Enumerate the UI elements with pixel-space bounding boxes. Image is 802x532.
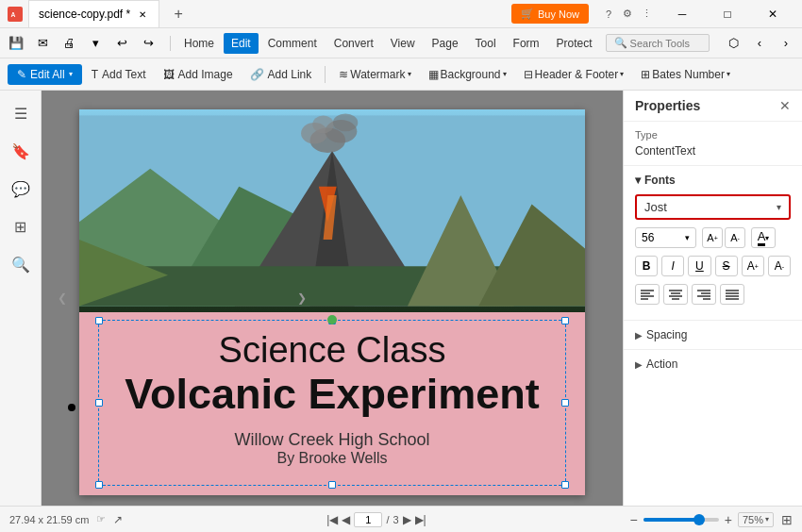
bold-button[interactable]: B	[635, 256, 658, 276]
bates-number-button[interactable]: ⊞ Bates Number ▾	[633, 64, 738, 85]
svg-text:A: A	[11, 11, 16, 18]
maximize-button[interactable]: □	[706, 0, 749, 28]
doc-nav-left[interactable]: ❮	[53, 279, 72, 317]
toolbar-icon-undo[interactable]: ↩	[109, 31, 134, 56]
document-tab[interactable]: science-copy.pdf * ✕	[28, 0, 159, 27]
header-footer-button[interactable]: ⊟ Header & Footer ▾	[516, 64, 632, 85]
menu-tool[interactable]: Tool	[468, 33, 504, 54]
action-section[interactable]: ▶ Action	[624, 349, 802, 378]
menu-convert[interactable]: Convert	[326, 33, 381, 54]
selection-handle-tr[interactable]	[561, 317, 569, 324]
science-class-title[interactable]: Science Class	[108, 331, 557, 371]
align-right-button[interactable]	[692, 284, 716, 305]
italic-button[interactable]: I	[661, 256, 684, 276]
zoom-in-button[interactable]: +	[725, 512, 732, 527]
doc-nav-right[interactable]: ❯	[292, 279, 311, 317]
zoom-level-value: 75%	[743, 514, 763, 525]
buy-now-button[interactable]: 🛒 Buy Now	[511, 4, 589, 24]
font-size-row: 56 ▾ A+ A- A ▾	[635, 227, 791, 248]
toolbar-icon-email[interactable]: ✉	[30, 31, 55, 56]
underline-button[interactable]: U	[688, 256, 710, 276]
fit-page-button[interactable]: ⊞	[781, 512, 793, 527]
font-family-dropdown[interactable]: Jost ▾	[635, 194, 791, 220]
align-justify-button[interactable]	[720, 284, 744, 305]
menu-view[interactable]: View	[383, 33, 423, 54]
font-color-button[interactable]: A ▾	[751, 227, 776, 248]
forward-icon[interactable]: ›	[774, 31, 798, 56]
spacing-section[interactable]: ▶ Spacing	[624, 320, 802, 349]
search-tools-input[interactable]	[630, 38, 715, 49]
menu-page[interactable]: Page	[425, 33, 466, 54]
toolbar-icon-print[interactable]: 🖨	[57, 31, 81, 56]
spacing-collapse-icon: ▶	[635, 330, 643, 341]
align-center-button[interactable]	[663, 284, 688, 305]
strikethrough-button[interactable]: S	[715, 256, 738, 276]
panel-close-button[interactable]: ✕	[779, 98, 791, 113]
align-left-button[interactable]	[635, 284, 660, 305]
sidebar-search-icon[interactable]: 🔍	[6, 249, 36, 279]
font-size-increase-button[interactable]: A+	[702, 227, 723, 248]
superscript-button[interactable]: A+	[742, 256, 764, 276]
new-tab-button[interactable]: +	[165, 1, 192, 27]
toolbar-icon-redo[interactable]: ↪	[136, 31, 160, 56]
add-text-button[interactable]: T Add Text	[84, 64, 154, 85]
close-button[interactable]: ✕	[751, 0, 794, 28]
last-page-button[interactable]: ▶|	[415, 513, 426, 526]
action-header[interactable]: ▶ Action	[635, 357, 791, 371]
watermark-button[interactable]: ≋ Watermark ▾	[331, 64, 418, 85]
selection-handle-bl[interactable]	[95, 481, 103, 489]
selection-handle-bc[interactable]	[328, 481, 336, 489]
anchor-dot	[68, 404, 75, 411]
menu-comment[interactable]: Comment	[260, 33, 325, 54]
sidebar-fields-icon[interactable]: ⊞	[6, 211, 36, 241]
menu-protect[interactable]: Protect	[549, 33, 600, 54]
fonts-header[interactable]: ▾ Fonts	[635, 174, 791, 187]
toolbar-icon-save[interactable]: 💾	[4, 31, 28, 56]
zoom-slider[interactable]	[643, 518, 719, 522]
edit-all-button[interactable]: ✎ Edit All ▾	[8, 64, 82, 85]
spacing-header[interactable]: ▶ Spacing	[635, 328, 791, 341]
background-button[interactable]: ▦ Background ▾	[421, 64, 514, 85]
menu-home[interactable]: Home	[176, 33, 222, 54]
search-tools-area[interactable]: 🔍	[606, 34, 710, 52]
next-page-button[interactable]: ▶	[403, 513, 411, 526]
tab-close-button[interactable]: ✕	[136, 8, 149, 21]
minimize-button[interactable]: ─	[660, 0, 704, 28]
menu-edit[interactable]: Edit	[224, 33, 259, 54]
sidebar-bookmark-icon[interactable]: 🔖	[6, 136, 36, 166]
cart-icon: 🛒	[521, 8, 534, 20]
selection-handle-tc[interactable]	[328, 317, 336, 324]
zoom-level-dropdown[interactable]: 75% ▾	[738, 512, 774, 527]
external-link-icon[interactable]: ⬡	[721, 31, 745, 56]
overflow-icon[interactable]: ⋮	[638, 6, 655, 23]
add-link-button[interactable]: 🔗 Add Link	[242, 64, 320, 85]
zoom-dropdown-arrow: ▾	[765, 515, 769, 524]
first-page-button[interactable]: |◀	[326, 513, 338, 526]
add-image-button[interactable]: 🖼 Add Image	[156, 64, 241, 85]
back-icon[interactable]: ‹	[747, 31, 772, 56]
zoom-out-button[interactable]: −	[630, 512, 638, 527]
volcanic-experiment-title[interactable]: Volcanic Experiment	[108, 371, 557, 418]
school-name: Willow Creek High School	[108, 430, 557, 450]
settings-icon[interactable]: ⚙	[619, 6, 636, 23]
prev-page-button[interactable]: ◀	[342, 513, 350, 526]
type-section: Type ContentText	[624, 122, 802, 166]
selection-handle-mr[interactable]	[561, 399, 569, 407]
type-label: Type	[635, 129, 791, 141]
page-number-input[interactable]	[354, 512, 382, 527]
font-size-decrease-button[interactable]: A-	[725, 227, 745, 248]
selection-handle-tl[interactable]	[95, 317, 103, 324]
sidebar-comments-icon[interactable]: 💬	[6, 174, 36, 204]
edit-toolbar: ✎ Edit All ▾ T Add Text 🖼 Add Image 🔗 Ad…	[0, 58, 802, 91]
selection-handle-ml[interactable]	[95, 399, 103, 407]
sidebar-pages-icon[interactable]: ☰	[6, 98, 36, 128]
size-dropdown-arrow: ▾	[685, 233, 690, 242]
menu-form[interactable]: Form	[506, 33, 547, 54]
rotate-handle[interactable]	[327, 315, 337, 324]
zoom-slider-thumb[interactable]	[693, 514, 705, 525]
subscript-button[interactable]: A-	[768, 256, 791, 276]
toolbar-icon-dropdown[interactable]: ▾	[83, 31, 108, 56]
selection-handle-br[interactable]	[561, 481, 569, 489]
help-icon[interactable]: ?	[600, 6, 617, 23]
font-size-dropdown[interactable]: 56 ▾	[635, 227, 696, 248]
